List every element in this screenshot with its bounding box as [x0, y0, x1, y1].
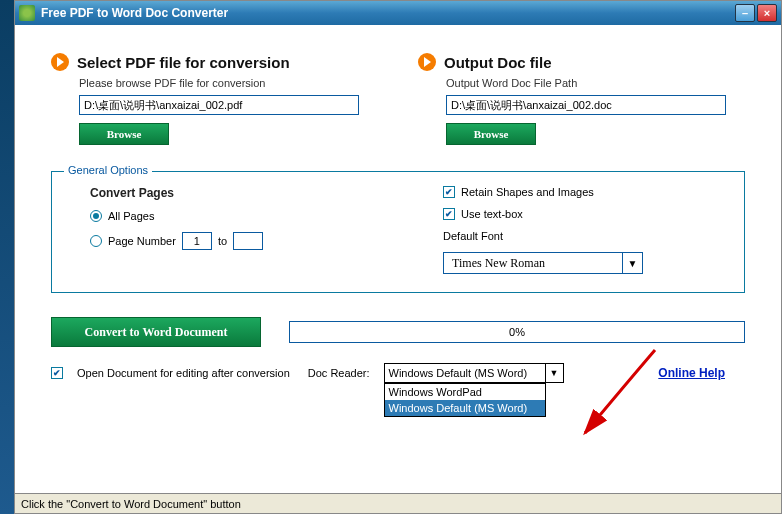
page-to-label: to [218, 235, 227, 247]
titlebar: Free PDF to Word Doc Converter – × [15, 1, 781, 25]
chevron-down-icon: ▼ [545, 364, 563, 382]
output-hint: Output Word Doc File Path [446, 77, 745, 89]
doc-reader-dropdown: Windows WordPad Windows Default (MS Word… [384, 383, 546, 417]
input-pdf-path[interactable] [79, 95, 359, 115]
doc-reader-combo[interactable]: Windows Default (MS Word) ▼ [384, 363, 564, 383]
use-textbox-label: Use text-box [461, 208, 523, 220]
input-section: Select PDF file for conversion Please br… [51, 53, 378, 145]
app-icon [19, 5, 35, 21]
convert-button[interactable]: Convert to Word Document [51, 317, 261, 347]
default-font-label: Default Font [443, 230, 503, 242]
output-section: Output Doc file Output Word Doc File Pat… [418, 53, 745, 145]
checkbox-retain-shapes[interactable] [443, 186, 455, 198]
close-button[interactable]: × [757, 4, 777, 22]
arrow-right-icon [418, 53, 436, 71]
progress-value: 0% [509, 326, 525, 338]
statusbar: Click the "Convert to Word Document" but… [15, 493, 781, 513]
open-after-label: Open Document for editing after conversi… [77, 367, 290, 379]
checkbox-open-after[interactable] [51, 367, 63, 379]
page-to-input[interactable] [233, 232, 263, 250]
progress-bar: 0% [289, 321, 745, 343]
minimize-button[interactable]: – [735, 4, 755, 22]
reader-option-msword[interactable]: Windows Default (MS Word) [385, 400, 545, 416]
general-options-legend: General Options [64, 164, 152, 176]
default-font-combo[interactable]: Times New Roman ▼ [443, 252, 643, 274]
doc-reader-value: Windows Default (MS Word) [385, 364, 545, 382]
general-options-fieldset: General Options Convert Pages All Pages … [51, 171, 745, 293]
chevron-down-icon: ▼ [622, 253, 642, 273]
output-doc-path[interactable] [446, 95, 726, 115]
statusbar-text: Click the "Convert to Word Document" but… [21, 498, 241, 510]
online-help-link[interactable]: Online Help [658, 366, 725, 380]
all-pages-label: All Pages [108, 210, 154, 222]
page-from-input[interactable] [182, 232, 212, 250]
radio-page-number[interactable] [90, 235, 102, 247]
doc-reader-label: Doc Reader: [308, 367, 370, 379]
input-heading: Select PDF file for conversion [77, 54, 290, 71]
input-hint: Please browse PDF file for conversion [79, 77, 378, 89]
reader-option-wordpad[interactable]: Windows WordPad [385, 384, 545, 400]
app-title: Free PDF to Word Doc Converter [41, 6, 733, 20]
output-heading: Output Doc file [444, 54, 552, 71]
arrow-right-icon [51, 53, 69, 71]
font-combo-value: Times New Roman [444, 253, 622, 273]
checkbox-use-textbox[interactable] [443, 208, 455, 220]
browse-input-button[interactable]: Browse [79, 123, 169, 145]
convert-pages-title: Convert Pages [90, 186, 263, 200]
page-number-label: Page Number [108, 235, 176, 247]
app-window: Free PDF to Word Doc Converter – × Selec… [14, 0, 782, 514]
radio-all-pages[interactable] [90, 210, 102, 222]
retain-shapes-label: Retain Shapes and Images [461, 186, 594, 198]
browse-output-button[interactable]: Browse [446, 123, 536, 145]
